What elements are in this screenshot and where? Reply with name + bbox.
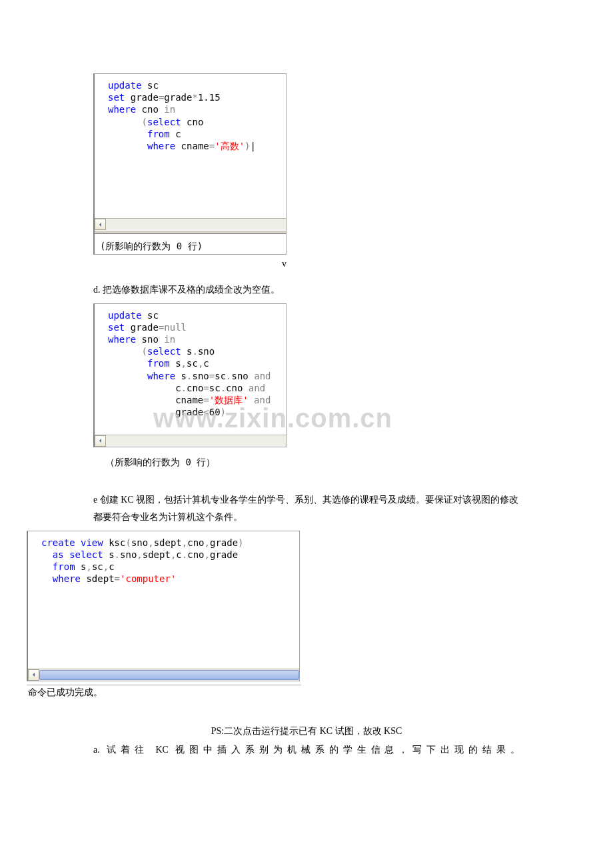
scroll-track[interactable] xyxy=(39,669,299,681)
result-output-3: 命令已成功完成。 xyxy=(27,685,301,699)
ps-note: PS:二次点击运行提示已有 KC 试图，故改 KSC xyxy=(93,725,520,737)
horizontal-scrollbar[interactable] xyxy=(95,435,286,447)
scroll-left-icon[interactable] xyxy=(95,219,106,230)
sql-editor-1: update sc set grade=grade*1.15 where cno… xyxy=(93,73,287,255)
scroll-left-icon[interactable] xyxy=(95,435,106,447)
sql-code-2[interactable]: update sc set grade=null where sno in (s… xyxy=(95,304,286,435)
sql-editor-3: create view ksc(sno,sdept,cno,grade) as … xyxy=(27,531,300,681)
horizontal-scrollbar[interactable] xyxy=(28,669,299,681)
item-e-text: e 创建 KC 视图，包括计算机专业各学生的学号、系别、其选修的课程号及成绩。要… xyxy=(93,491,520,527)
item-d-text: d. 把选修数据库课不及格的成绩全改为空值。 xyxy=(93,281,520,299)
item-a-text: a. 试着往 KC 视图中插入系别为机械系的学生信息，写下出现的结果。 xyxy=(93,741,520,759)
scroll-left-icon[interactable] xyxy=(28,669,39,681)
horizontal-scrollbar[interactable] xyxy=(95,218,286,230)
scroll-track[interactable] xyxy=(106,435,286,447)
sql-code-1[interactable]: update sc set grade=grade*1.15 where cno… xyxy=(95,74,286,218)
scroll-track[interactable] xyxy=(106,219,286,230)
result-output-1: (所影响的行数为 0 行) xyxy=(95,234,286,254)
result-output-2: （所影响的行数为 0 行） xyxy=(105,457,520,469)
sql-code-3[interactable]: create view ksc(sno,sdept,cno,grade) as … xyxy=(28,531,299,669)
letter-v: v xyxy=(93,259,289,269)
sql-editor-2: update sc set grade=null where sno in (s… xyxy=(93,303,287,447)
